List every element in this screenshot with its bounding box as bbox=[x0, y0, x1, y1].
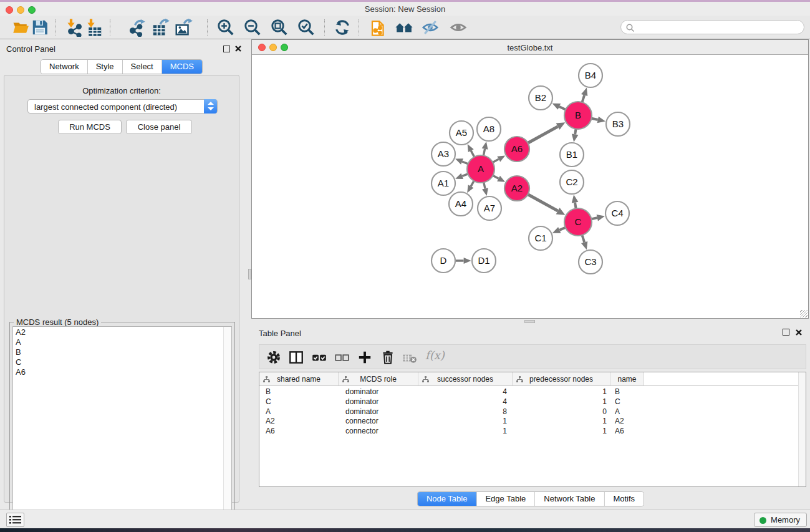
table-row-C[interactable]: Cdominator41C bbox=[259, 397, 798, 407]
table-row-A[interactable]: Adominator80A bbox=[259, 407, 798, 417]
show-all-icon[interactable] bbox=[449, 18, 468, 37]
column-attribute-icon bbox=[516, 376, 523, 383]
float-table-panel-icon[interactable] bbox=[783, 328, 789, 337]
export-network-icon[interactable] bbox=[127, 18, 146, 37]
column-header-filler bbox=[644, 372, 798, 385]
tab-mcds[interactable]: MCDS bbox=[162, 60, 202, 74]
import-network-icon[interactable] bbox=[65, 18, 84, 37]
network-graph[interactable]: B4B2BB3A5A8A6B1A3AC2A1A2A4A7C4CC1C3DD1 bbox=[252, 55, 808, 318]
graph-node-label-A6: A6 bbox=[511, 143, 523, 154]
tab-style[interactable]: Style bbox=[88, 60, 123, 74]
criterion-dropdown[interactable]: largest connected component (directed) bbox=[27, 99, 218, 114]
column-header-MCDS-role[interactable]: MCDS role bbox=[339, 372, 418, 385]
zoom-out-icon[interactable] bbox=[243, 18, 262, 37]
zoom-selected-icon[interactable] bbox=[297, 18, 316, 37]
cell-predecessor-nodes[interactable]: 1 bbox=[513, 387, 610, 397]
close-panel-button[interactable]: Close panel bbox=[126, 120, 192, 134]
select-all-checkboxes-icon[interactable] bbox=[311, 349, 327, 365]
table-row-A6[interactable]: A6connector11A6 bbox=[259, 426, 798, 436]
refresh-view-icon[interactable] bbox=[333, 18, 352, 37]
cell-shared-name[interactable]: A bbox=[259, 407, 339, 417]
graph-arrowhead-A-A3 bbox=[455, 158, 463, 164]
column-header-shared-name[interactable]: shared name bbox=[259, 372, 339, 385]
table-settings-gear-icon[interactable] bbox=[266, 349, 282, 365]
deselect-all-checkboxes-icon[interactable] bbox=[334, 349, 350, 365]
create-column-plus-icon[interactable] bbox=[357, 349, 373, 365]
delete-column-trash-icon[interactable] bbox=[380, 349, 396, 365]
cell-successor-nodes[interactable]: 1 bbox=[418, 426, 513, 436]
cell-shared-name[interactable]: C bbox=[259, 397, 339, 407]
horizontal-splitter-knob[interactable] bbox=[524, 320, 535, 323]
cell-MCDS-role[interactable]: dominator bbox=[339, 387, 418, 397]
mcds-result-item[interactable]: A2 bbox=[13, 327, 231, 337]
cell-predecessor-nodes[interactable]: 1 bbox=[513, 416, 610, 426]
cell-successor-nodes[interactable]: 8 bbox=[418, 407, 513, 417]
network-window-titlebar[interactable]: testGlobe.txt bbox=[252, 40, 808, 55]
result-list-scrollbar[interactable] bbox=[223, 327, 231, 529]
export-table-icon[interactable] bbox=[151, 18, 170, 37]
tab-network[interactable]: Network bbox=[41, 60, 88, 74]
show-panels-list-button[interactable] bbox=[6, 513, 24, 527]
column-header-name[interactable]: name bbox=[610, 372, 644, 385]
tab-network-table[interactable]: Network Table bbox=[535, 492, 604, 506]
mcds-result-item[interactable]: A6 bbox=[13, 367, 231, 377]
cell-name[interactable]: A2 bbox=[610, 416, 644, 426]
cell-MCDS-role[interactable]: dominator bbox=[339, 397, 418, 407]
open-file-icon[interactable] bbox=[12, 18, 31, 37]
zoom-in-icon[interactable] bbox=[216, 18, 235, 37]
vertical-splitter-knob[interactable] bbox=[248, 269, 251, 279]
cell-shared-name[interactable]: A6 bbox=[259, 426, 339, 436]
mcds-result-item[interactable]: C bbox=[13, 357, 231, 367]
window-resize-grip[interactable] bbox=[800, 310, 808, 317]
search-input[interactable] bbox=[620, 20, 804, 34]
graph-arrowhead-C-C3 bbox=[581, 241, 587, 250]
delete-table-icon[interactable] bbox=[402, 349, 418, 365]
first-neighbors-icon[interactable] bbox=[395, 18, 413, 37]
column-header-predecessor-nodes[interactable]: predecessor nodes bbox=[513, 372, 610, 385]
table-row-B[interactable]: Bdominator41B bbox=[259, 387, 798, 397]
tab-select[interactable]: Select bbox=[123, 60, 162, 74]
table-scrollbar[interactable] bbox=[798, 372, 806, 486]
export-image-icon[interactable] bbox=[174, 18, 193, 37]
mcds-result-item[interactable]: B bbox=[13, 347, 231, 357]
tab-node-table[interactable]: Node Table bbox=[418, 492, 477, 506]
cell-name[interactable]: A bbox=[610, 407, 644, 417]
cell-predecessor-nodes[interactable]: 0 bbox=[513, 407, 610, 417]
hide-selected-icon[interactable] bbox=[421, 18, 440, 37]
search-icon bbox=[625, 23, 635, 33]
cell-MCDS-role[interactable]: dominator bbox=[339, 407, 418, 417]
column-header-successor-nodes[interactable]: successor nodes bbox=[418, 372, 513, 385]
cell-successor-nodes[interactable]: 1 bbox=[418, 416, 513, 426]
import-table-icon[interactable] bbox=[85, 18, 104, 37]
cell-name[interactable]: B bbox=[610, 387, 644, 397]
graph-node-label-A3: A3 bbox=[438, 148, 449, 159]
graph-node-label-B: B bbox=[575, 110, 581, 120]
column-header-label: predecessor nodes bbox=[529, 375, 593, 384]
zoom-fit-icon[interactable] bbox=[270, 18, 289, 37]
cell-predecessor-nodes[interactable]: 1 bbox=[513, 397, 610, 407]
mcds-result-list[interactable]: A2ABCA6 bbox=[12, 326, 232, 530]
tab-edge-table[interactable]: Edge Table bbox=[476, 492, 535, 506]
float-panel-icon[interactable] bbox=[223, 45, 230, 54]
show-column-icon[interactable] bbox=[288, 349, 304, 365]
cell-successor-nodes[interactable]: 4 bbox=[418, 397, 513, 407]
cell-predecessor-nodes[interactable]: 1 bbox=[513, 426, 610, 436]
table-panel-tabs: Node TableEdge TableNetwork TableMotifs bbox=[417, 491, 644, 506]
cell-name[interactable]: C bbox=[610, 397, 644, 407]
cell-shared-name[interactable]: B bbox=[259, 387, 339, 397]
cell-successor-nodes[interactable]: 4 bbox=[418, 387, 513, 397]
run-mcds-button[interactable]: Run MCDS bbox=[58, 120, 122, 134]
close-table-panel-icon[interactable] bbox=[795, 329, 803, 336]
close-panel-icon[interactable] bbox=[234, 45, 242, 52]
cell-name[interactable]: A6 bbox=[610, 426, 644, 436]
new-network-from-file-icon[interactable] bbox=[369, 18, 388, 37]
cell-MCDS-role[interactable]: connector bbox=[339, 426, 418, 436]
cell-shared-name[interactable]: A2 bbox=[259, 416, 339, 426]
mcds-result-item[interactable]: A bbox=[13, 337, 231, 347]
function-builder-icon[interactable]: f(x) bbox=[425, 349, 445, 362]
memory-button[interactable]: Memory bbox=[754, 513, 807, 527]
table-row-A2[interactable]: A2connector11A2 bbox=[259, 416, 798, 426]
tab-motifs[interactable]: Motifs bbox=[604, 492, 644, 506]
cell-MCDS-role[interactable]: connector bbox=[339, 416, 418, 426]
save-session-icon[interactable] bbox=[31, 18, 49, 37]
